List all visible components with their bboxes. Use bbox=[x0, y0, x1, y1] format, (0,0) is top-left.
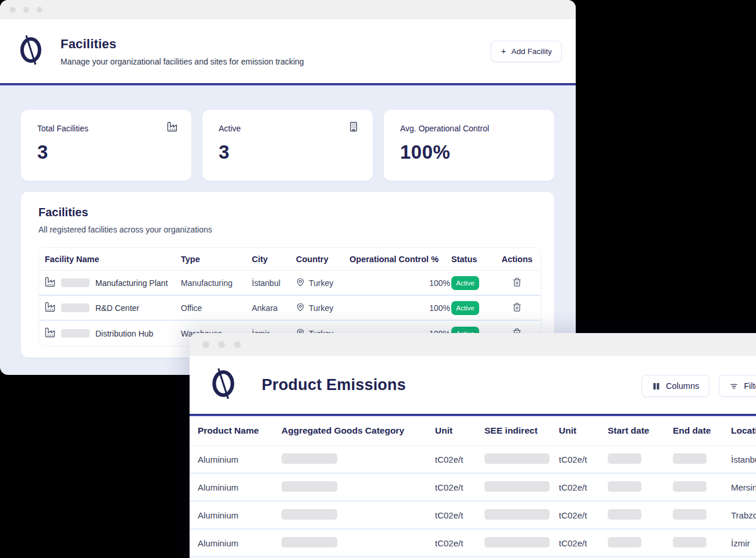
operational-control-value: 100% bbox=[350, 278, 451, 288]
card-title: Facilities bbox=[38, 206, 541, 219]
redacted-text-placeholder bbox=[61, 303, 90, 312]
location-value: Mersin bbox=[731, 482, 756, 492]
window-control-dot[interactable] bbox=[23, 7, 29, 13]
trash-icon bbox=[512, 302, 522, 312]
table-row[interactable]: Aluminium tC02e/t tC02e/t Mersin bbox=[190, 474, 756, 502]
filters-button[interactable]: Filters bbox=[719, 375, 756, 397]
columns-button[interactable]: Columns bbox=[641, 375, 709, 397]
redacted-text-placeholder bbox=[608, 509, 641, 520]
factory-icon bbox=[167, 121, 177, 134]
operational-control-value: 100% bbox=[350, 303, 451, 313]
unit-value: tC02e/t bbox=[435, 538, 484, 548]
location-value: İstanbul bbox=[731, 455, 756, 464]
facilities-header: Facilities Manage your organizational fa… bbox=[0, 19, 576, 83]
col-aggregated-goods-category: Aggregated Goods Category bbox=[281, 425, 435, 436]
facility-name: Manufacturing Plant bbox=[95, 278, 168, 288]
col-facility-name: Facility Name bbox=[45, 255, 181, 264]
redacted-text-placeholder bbox=[673, 509, 707, 520]
unit-value: tC02e/t bbox=[435, 510, 484, 520]
window-control-dot[interactable] bbox=[10, 7, 16, 13]
col-start-date: Start date bbox=[608, 425, 673, 436]
col-status: Status bbox=[451, 255, 493, 264]
facility-city: İstanbul bbox=[252, 278, 296, 288]
stat-card-avg-operational-control: Avg. Operational Control 100% bbox=[384, 110, 554, 181]
factory-icon bbox=[45, 302, 55, 314]
add-facility-button[interactable]: + Add Facility bbox=[491, 41, 562, 62]
redacted-text-placeholder bbox=[61, 329, 90, 338]
window-titlebar bbox=[0, 0, 576, 19]
window-control-dot[interactable] bbox=[202, 341, 209, 348]
columns-icon bbox=[652, 382, 661, 391]
stat-label: Avg. Operational Control bbox=[400, 124, 539, 133]
col-end-date: End date bbox=[673, 425, 731, 436]
redacted-text-placeholder bbox=[281, 537, 337, 548]
col-actions: Actions bbox=[493, 255, 541, 264]
stat-label: Total Facilities bbox=[37, 124, 176, 133]
stat-card-total-facilities: Total Facilities 3 bbox=[21, 110, 191, 181]
app-logo-icon bbox=[17, 34, 44, 69]
redacted-text-placeholder bbox=[61, 278, 90, 287]
col-see-indirect: SEE indirect bbox=[484, 425, 559, 436]
product-name: Aluminium bbox=[198, 455, 281, 464]
filter-icon bbox=[729, 382, 739, 391]
stats-row: Total Facilities 3 Active 3 Avg. Oper bbox=[21, 110, 554, 181]
delete-facility-button[interactable] bbox=[511, 301, 523, 315]
product-emissions-table: Product Name Aggregated Goods Category U… bbox=[190, 416, 756, 557]
stat-card-active: Active 3 bbox=[202, 110, 373, 181]
factory-icon bbox=[45, 277, 55, 289]
redacted-text-placeholder bbox=[281, 481, 337, 492]
redacted-text-placeholder bbox=[673, 453, 707, 464]
redacted-text-placeholder bbox=[484, 537, 550, 548]
col-operational-control: Operational Control % bbox=[350, 255, 451, 264]
header-accent-divider bbox=[0, 83, 576, 85]
stat-value: 3 bbox=[219, 141, 358, 163]
facilities-table: Facility Name Type City Country Operatio… bbox=[38, 247, 541, 346]
unit-value: tC02e/t bbox=[559, 510, 608, 520]
page-subtitle: Manage your organizational facilities an… bbox=[60, 57, 304, 66]
card-subtitle: All registered facilities across your or… bbox=[38, 225, 541, 234]
facility-country: Turkey bbox=[309, 303, 333, 313]
window-control-dot[interactable] bbox=[37, 7, 42, 13]
redacted-text-placeholder bbox=[608, 453, 641, 464]
stat-value: 100% bbox=[400, 141, 539, 163]
window-control-dot[interactable] bbox=[234, 341, 241, 348]
table-row[interactable]: Aluminium tC02e/t tC02e/t Trabzon bbox=[190, 502, 756, 530]
product-emissions-header: Product Emissions Columns Filters bbox=[190, 356, 756, 414]
table-row[interactable]: R&D Center Office Ankara Turkey 100% Act… bbox=[39, 296, 541, 321]
status-badge: Active bbox=[451, 276, 479, 290]
table-header-row: Facility Name Type City Country Operatio… bbox=[39, 248, 541, 271]
map-pin-icon bbox=[296, 278, 305, 288]
col-unit-2: Unit bbox=[559, 425, 608, 436]
table-row[interactable]: Aluminium tC02e/t tC02e/t İzmir bbox=[190, 530, 756, 557]
col-product-name: Product Name bbox=[198, 425, 281, 436]
facility-city: Ankara bbox=[252, 303, 296, 313]
redacted-text-placeholder bbox=[281, 509, 337, 520]
table-row[interactable]: Aluminium tC02e/t tC02e/t İstanbul bbox=[190, 446, 756, 474]
delete-facility-button[interactable] bbox=[511, 276, 523, 290]
col-type: Type bbox=[181, 255, 252, 264]
facility-country: Turkey bbox=[309, 278, 333, 288]
unit-value: tC02e/t bbox=[559, 455, 608, 464]
redacted-text-placeholder bbox=[608, 537, 641, 548]
product-name: Aluminium bbox=[198, 510, 281, 520]
redacted-text-placeholder bbox=[608, 481, 641, 492]
redacted-text-placeholder bbox=[281, 453, 337, 464]
facility-name: R&D Center bbox=[95, 303, 139, 313]
location-value: Trabzon bbox=[731, 510, 756, 520]
redacted-text-placeholder bbox=[484, 509, 550, 520]
trash-icon bbox=[512, 277, 522, 287]
col-location: Location bbox=[731, 425, 756, 436]
unit-value: tC02e/t bbox=[435, 482, 484, 492]
col-city: City bbox=[252, 255, 296, 264]
stat-value: 3 bbox=[37, 141, 176, 163]
product-name: Aluminium bbox=[198, 482, 281, 492]
page-title: Product Emissions bbox=[262, 376, 406, 394]
window-control-dot[interactable] bbox=[218, 341, 225, 348]
facility-type: Office bbox=[181, 303, 252, 313]
facility-name: Distribution Hub bbox=[95, 329, 154, 338]
table-header-row: Product Name Aggregated Goods Category U… bbox=[190, 416, 756, 446]
col-country: Country bbox=[296, 255, 350, 264]
table-row[interactable]: Manufacturing Plant Manufacturing İstanb… bbox=[39, 271, 541, 296]
redacted-text-placeholder bbox=[673, 537, 707, 548]
status-badge: Active bbox=[451, 301, 479, 315]
